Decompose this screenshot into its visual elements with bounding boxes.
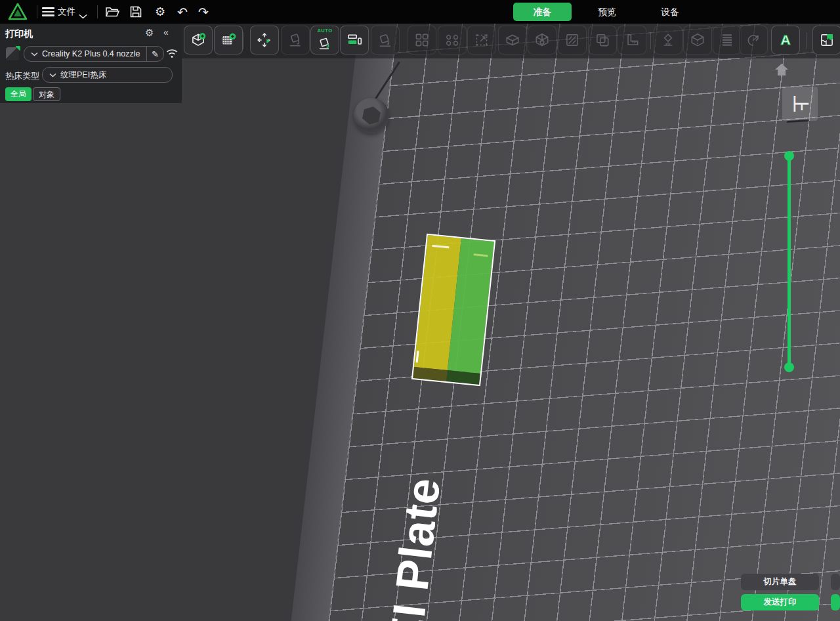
scale-button bbox=[467, 26, 496, 54]
chevron-down-icon[interactable] bbox=[79, 10, 87, 22]
printer-profile-icon bbox=[6, 47, 19, 60]
settings-gear-icon[interactable]: ⚙ bbox=[152, 0, 168, 24]
add-plate-button[interactable] bbox=[214, 26, 243, 54]
auto-arrange-button[interactable] bbox=[250, 26, 279, 54]
bed-type-value: 纹理PEI热床 bbox=[60, 70, 106, 81]
send-print-button[interactable]: 发送打印 bbox=[741, 594, 819, 610]
view-cube[interactable]: 上 bbox=[782, 87, 818, 121]
tab-preview[interactable]: 预览 bbox=[587, 3, 627, 21]
text-tool-button[interactable]: A bbox=[771, 26, 800, 54]
top-bar: 文件 ⚙ ↶ ↷ 准备 预览 设备 bbox=[0, 0, 840, 24]
seam-paint-button bbox=[683, 26, 712, 54]
tab-prepare[interactable]: 准备 bbox=[513, 3, 572, 21]
wifi-icon[interactable] bbox=[166, 49, 178, 61]
pattern-fill-button bbox=[438, 26, 467, 54]
pencil-icon: ✎ bbox=[152, 49, 159, 59]
slice-button[interactable]: 切片单盘 bbox=[741, 574, 819, 590]
file-menu[interactable]: 文件 bbox=[58, 0, 75, 24]
printer-name: Creality K2 Plus 0.4 nozzle bbox=[42, 49, 140, 58]
bed-type-label: 热床类型 bbox=[5, 70, 39, 82]
slice-dropdown-button[interactable] bbox=[831, 574, 840, 590]
clone-button bbox=[408, 26, 436, 54]
section-button bbox=[558, 26, 587, 54]
measure-line bbox=[788, 156, 791, 367]
measure-endpoint-top bbox=[784, 151, 794, 161]
undo-icon[interactable]: ↶ bbox=[175, 0, 190, 24]
scope-tabs: 全局 对象 bbox=[5, 87, 60, 101]
redo-icon[interactable]: ↷ bbox=[196, 0, 211, 24]
3d-viewport[interactable]: PEI Plate 上 切片单盘 发送打印 bbox=[0, 24, 840, 621]
creality-logo bbox=[8, 3, 28, 21]
save-icon[interactable] bbox=[130, 0, 142, 24]
add-model-button[interactable] bbox=[184, 26, 213, 54]
auto-orient-label: AUTO bbox=[311, 28, 339, 33]
tab-object[interactable]: 对象 bbox=[33, 87, 60, 101]
panel-collapse-icon[interactable]: « bbox=[163, 27, 169, 37]
edit-printer-button[interactable]: ✎ bbox=[146, 47, 163, 61]
open-file-icon[interactable] bbox=[105, 0, 119, 24]
support-paint-button bbox=[654, 26, 682, 54]
measure-button bbox=[618, 26, 646, 54]
split-objects-button[interactable] bbox=[340, 26, 369, 54]
tab-device[interactable]: 设备 bbox=[650, 3, 690, 21]
chevron-down-icon bbox=[49, 73, 56, 77]
printer-panel: 打印机 ⚙ « Creality K2 Plus 0.4 nozzle ✎ 热床… bbox=[0, 24, 182, 103]
printer-settings-icon[interactable]: ⚙ bbox=[145, 27, 154, 39]
menu-icon[interactable] bbox=[42, 7, 54, 16]
bed-screw bbox=[354, 98, 389, 133]
bed-type-select[interactable]: 纹理PEI热床 bbox=[42, 67, 173, 83]
view-cube-face-label: 上 bbox=[789, 96, 811, 112]
plugin-button[interactable] bbox=[812, 26, 840, 54]
send-print-dropdown-button[interactable] bbox=[831, 594, 840, 610]
chevron-down-icon bbox=[31, 52, 38, 56]
boolean-button bbox=[588, 26, 617, 54]
printer-panel-title: 打印机 bbox=[5, 28, 33, 40]
layers-button bbox=[713, 26, 742, 54]
measure-endpoint-bottom bbox=[784, 362, 794, 372]
color-paint-button bbox=[739, 26, 768, 54]
orient-button bbox=[371, 26, 400, 54]
home-view-icon[interactable] bbox=[774, 63, 789, 79]
lay-on-face-button bbox=[281, 26, 310, 54]
support-button bbox=[498, 26, 527, 54]
tab-global[interactable]: 全局 bbox=[5, 87, 32, 101]
seam-cube-button bbox=[528, 26, 556, 54]
auto-orient-button[interactable]: AUTO bbox=[310, 26, 339, 54]
text-tool-glyph: A bbox=[780, 32, 790, 48]
printer-select[interactable]: Creality K2 Plus 0.4 nozzle ✎ bbox=[24, 46, 164, 62]
